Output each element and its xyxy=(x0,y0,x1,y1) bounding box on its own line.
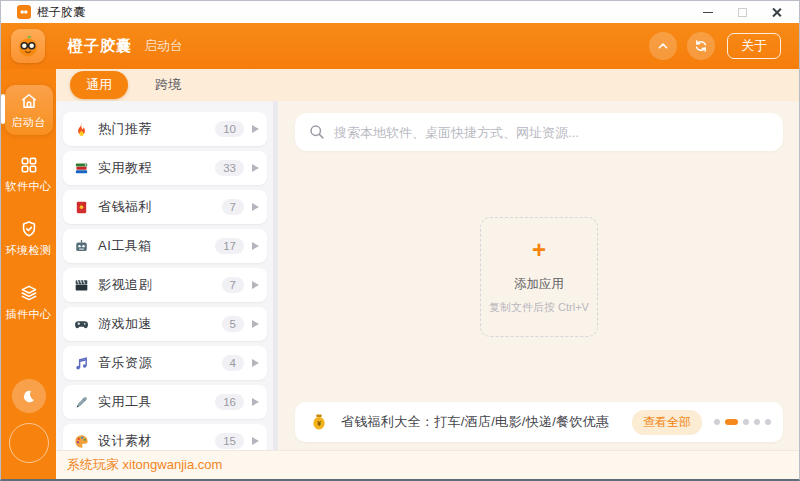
category-label: 实用教程 xyxy=(98,159,215,177)
collapse-up-button[interactable] xyxy=(649,32,677,60)
category-count-badge: 15 xyxy=(215,433,244,449)
sidebar-item-label: 软件中心 xyxy=(6,179,52,194)
promo-text: 省钱福利大全：打车/酒店/电影/快递/餐饮优惠 xyxy=(341,413,632,431)
category-item-savings[interactable]: 省钱福利 7 xyxy=(63,190,267,224)
close-button[interactable] xyxy=(759,2,793,22)
sidebar: 启动台 软件中心 环境检测 插件中心 xyxy=(1,69,56,479)
sidebar-item-plugin-center[interactable]: 插件中心 xyxy=(5,277,53,327)
tab-general[interactable]: 通用 xyxy=(70,71,128,99)
sidebar-item-label: 环境检测 xyxy=(6,243,52,258)
carousel-dot[interactable] xyxy=(714,419,720,425)
music-note-icon xyxy=(73,355,90,372)
pen-icon xyxy=(73,394,90,411)
category-count-badge: 4 xyxy=(222,355,244,371)
carousel-dot[interactable] xyxy=(743,419,749,425)
add-app-hint: 复制文件后按 Ctrl+V xyxy=(489,300,589,315)
red-envelope-icon xyxy=(73,199,90,216)
chevron-right-icon xyxy=(252,164,259,172)
category-list: 热门推荐 10 实用教程 33 xyxy=(56,101,273,450)
search-icon xyxy=(309,124,325,140)
category-count-badge: 17 xyxy=(215,238,244,254)
category-item-ai-tools[interactable]: AI工具箱 17 xyxy=(63,229,267,263)
carousel-dots xyxy=(714,419,771,425)
search-bar[interactable] xyxy=(295,113,783,151)
sidebar-item-launchpad[interactable]: 启动台 xyxy=(5,85,53,135)
search-input[interactable] xyxy=(334,125,769,140)
grid-icon xyxy=(19,155,39,175)
category-item-movies[interactable]: 影视追剧 7 xyxy=(63,268,267,302)
category-label: 游戏加速 xyxy=(98,315,222,333)
chevron-right-icon xyxy=(252,359,259,367)
chevron-right-icon xyxy=(252,203,259,211)
minimize-icon xyxy=(703,12,713,13)
view-all-button[interactable]: 查看全部 xyxy=(632,410,702,435)
category-label: 音乐资源 xyxy=(98,354,222,372)
robot-icon xyxy=(73,238,90,255)
palette-icon xyxy=(73,433,90,450)
fire-icon xyxy=(73,121,90,138)
app-icon xyxy=(17,5,31,19)
tabbar: 通用 跨境 xyxy=(56,69,799,101)
gamepad-icon xyxy=(73,316,90,333)
category-count-badge: 7 xyxy=(222,277,244,293)
app-header: 橙子胶囊 启动台 关于 xyxy=(1,23,799,69)
category-label: 实用工具 xyxy=(98,393,215,411)
home-icon xyxy=(19,91,39,111)
category-item-music[interactable]: 音乐资源 4 xyxy=(63,346,267,380)
sidebar-item-software-center[interactable]: 软件中心 xyxy=(5,149,53,199)
chevron-right-icon xyxy=(252,437,259,445)
footer: 系统玩家 xitongwanjia.com xyxy=(56,450,799,479)
category-item-game-boost[interactable]: 游戏加速 5 xyxy=(63,307,267,341)
sidebar-item-env-check[interactable]: 环境检测 xyxy=(5,213,53,263)
minimize-button[interactable] xyxy=(691,2,725,22)
active-indicator xyxy=(1,94,5,124)
category-label: AI工具箱 xyxy=(98,237,215,255)
category-item-tutorials[interactable]: 实用教程 33 xyxy=(63,151,267,185)
add-app-dropzone[interactable]: + 添加应用 复制文件后按 Ctrl+V xyxy=(480,217,598,337)
moon-icon xyxy=(21,389,36,404)
books-icon xyxy=(73,160,90,177)
category-count-badge: 5 xyxy=(222,316,244,332)
chevron-right-icon xyxy=(252,320,259,328)
tab-crossborder[interactable]: 跨境 xyxy=(155,76,181,94)
category-item-hot[interactable]: 热门推荐 10 xyxy=(63,112,267,146)
chevron-right-icon xyxy=(252,242,259,250)
category-label: 设计素材 xyxy=(98,432,215,450)
carousel-dot[interactable] xyxy=(754,419,760,425)
shield-check-icon xyxy=(19,219,39,239)
chevron-right-icon xyxy=(252,125,259,133)
category-item-design[interactable]: 设计素材 15 xyxy=(63,424,267,450)
chevron-right-icon xyxy=(252,281,259,289)
dark-mode-button[interactable] xyxy=(12,379,46,413)
refresh-icon xyxy=(693,38,709,54)
chevron-right-icon xyxy=(252,398,259,406)
carousel-dot-active[interactable] xyxy=(725,419,738,425)
layers-icon xyxy=(19,283,39,303)
titlebar: 橙子胶囊 xyxy=(1,1,799,23)
category-label: 影视追剧 xyxy=(98,276,222,294)
window-title: 橙子胶囊 xyxy=(37,4,85,21)
launchpad-panel: + 添加应用 复制文件后按 Ctrl+V ¥ 省钱福利大全：打车/酒店/电影/快… xyxy=(278,101,799,450)
sidebar-item-label: 插件中心 xyxy=(6,307,52,322)
header-app-name: 橙子胶囊 xyxy=(68,37,132,56)
promo-banner[interactable]: ¥ 省钱福利大全：打车/酒店/电影/快递/餐饮优惠 查看全部 xyxy=(295,402,783,442)
chevron-up-icon xyxy=(655,38,671,54)
category-label: 省钱福利 xyxy=(98,198,222,216)
app-logo xyxy=(11,29,45,63)
refresh-button[interactable] xyxy=(687,32,715,60)
circle-outline-button[interactable] xyxy=(9,423,49,463)
category-count-badge: 16 xyxy=(215,394,244,410)
footer-brand-link[interactable]: 系统玩家 xitongwanjia.com xyxy=(67,456,222,474)
category-item-utilities[interactable]: 实用工具 16 xyxy=(63,385,267,419)
about-button[interactable]: 关于 xyxy=(727,33,781,59)
sidebar-item-label: 启动台 xyxy=(11,115,46,130)
category-count-badge: 7 xyxy=(222,199,244,215)
app-window: 橙子胶囊 橙子胶囊 启动台 xyxy=(0,0,800,481)
close-icon xyxy=(771,7,782,18)
category-count-badge: 33 xyxy=(215,160,244,176)
maximize-icon xyxy=(738,8,747,17)
maximize-button[interactable] xyxy=(725,2,759,22)
category-count-badge: 10 xyxy=(215,121,244,137)
add-app-title: 添加应用 xyxy=(514,276,564,293)
carousel-dot[interactable] xyxy=(765,419,771,425)
